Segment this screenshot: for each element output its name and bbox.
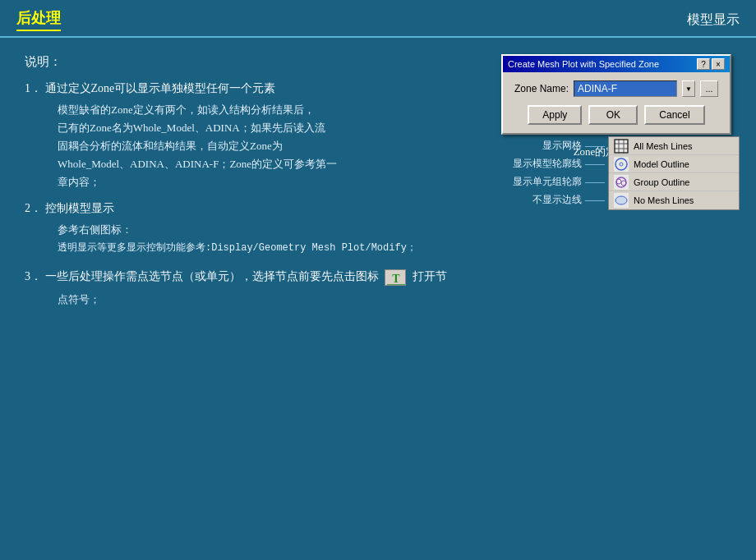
- mesh-arrow-1: ——: [585, 140, 605, 152]
- svg-rect-3: [614, 139, 629, 154]
- item-1-body-text: 模型缺省的Zone定义有两个，如读入结构分析结果后，已有的Zone名为Whole…: [58, 103, 337, 188]
- item-1-title: 通过定义Zone可以显示单独模型任何一个元素: [45, 82, 276, 94]
- mesh-arrow-4: ——: [585, 194, 605, 206]
- dialog-title: Create Mesh Plot with Specified Zone: [508, 59, 659, 69]
- mesh-item-none-label: No Mesh Lines: [634, 195, 694, 205]
- dialog-help-button[interactable]: ?: [697, 58, 710, 70]
- item-3-title-suffix: 打开节: [413, 270, 447, 282]
- mesh-label-1: 显示网格 ——: [513, 136, 605, 154]
- dialog-ok-button[interactable]: OK: [588, 105, 638, 125]
- item-1-number: 1．: [25, 82, 42, 94]
- mesh-item-all[interactable]: All Mesh Lines: [609, 137, 739, 155]
- dialog-titlebar: Create Mesh Plot with Specified Zone ? ×: [503, 56, 730, 72]
- mesh-item-none[interactable]: No Mesh Lines: [609, 191, 739, 209]
- item-3-header: 3． 一些后处理操作需点选节点（或单元），选择节点前要先点击图标 T 打开节: [25, 269, 731, 286]
- dialog-box: Create Mesh Plot with Specified Zone ? ×…: [501, 54, 731, 135]
- mesh-label-4: 不显示边线 ——: [513, 190, 605, 209]
- dialog-close-button[interactable]: ×: [712, 58, 725, 70]
- mesh-item-group[interactable]: Group Outline: [609, 173, 739, 191]
- dialog-action-buttons: Apply OK Cancel: [514, 105, 718, 125]
- dialog-zone-label: Zone Name:: [514, 83, 569, 94]
- item-3: 3． 一些后处理操作需点选节点（或单元），选择节点前要先点击图标 T 打开节 点…: [25, 269, 731, 309]
- header-right-title: 模型显示: [687, 11, 740, 29]
- header: 后处理 模型显示: [0, 0, 756, 38]
- mesh-panel-container: 显示网格 —— 显示模型轮廓线 —— 显示单元组轮廓 —— 不显示边线 ——: [513, 136, 740, 210]
- item-2-line2: 透明显示等更多显示控制功能参考:Display/Geometry Mesh Pl…: [58, 240, 731, 256]
- dialog-cancel-button[interactable]: Cancel: [644, 105, 704, 125]
- mesh-label-3-text: 显示单元组轮廓: [513, 175, 582, 189]
- item-3-title: 一些后处理操作需点选节点（或单元），选择节点前要先点击图标: [45, 270, 379, 282]
- item-2-line1: 参考右侧图标：: [58, 221, 731, 239]
- item-3-body: 点符号；: [58, 291, 731, 309]
- dialog-zone-input[interactable]: ADINA-F: [574, 80, 677, 97]
- mesh-item-all-label: All Mesh Lines: [634, 141, 693, 151]
- dialog-browse-button[interactable]: ...: [700, 80, 718, 97]
- item-2-number: 2．: [25, 202, 42, 214]
- mesh-arrow-3: ——: [585, 176, 605, 188]
- item-3-body-text: 点符号；: [58, 293, 100, 305]
- mesh-item-group-label: Group Outline: [634, 177, 689, 187]
- item-3-number: 3．: [25, 270, 42, 282]
- mesh-icon-model: [614, 157, 629, 172]
- mesh-item-model[interactable]: Model Outline: [609, 155, 739, 173]
- mesh-icon-group: [614, 175, 629, 190]
- dialog-body: Zone Name: ADINA-F ▼ ... Apply OK Cancel: [503, 72, 730, 133]
- main-content: 说明： 1． 通过定义Zone可以显示单独模型任何一个元素 模型缺省的Zone定…: [0, 38, 756, 335]
- node-selector-icon: T: [385, 270, 406, 286]
- svg-text:T: T: [392, 273, 400, 285]
- svg-point-17: [615, 196, 627, 204]
- mesh-arrow-2: ——: [585, 158, 605, 170]
- header-left-title: 后处理: [16, 8, 61, 31]
- dialog-dropdown-button[interactable]: ▼: [682, 80, 695, 97]
- mesh-label-4-text: 不显示边线: [532, 193, 582, 207]
- mesh-icon-none: [614, 193, 629, 208]
- dialog-apply-button[interactable]: Apply: [528, 105, 582, 125]
- mesh-label-1-text: 显示网格: [542, 139, 582, 153]
- item-2-title: 控制模型显示: [45, 202, 114, 214]
- mesh-icon-all: [614, 139, 629, 154]
- item-2-body: 参考右侧图标： 透明显示等更多显示控制功能参考:Display/Geometry…: [58, 221, 731, 255]
- dialog-titlebar-buttons: ? ×: [697, 58, 725, 70]
- mesh-labels: 显示网格 —— 显示模型轮廓线 —— 显示单元组轮廓 —— 不显示边线 ——: [513, 136, 608, 209]
- mesh-label-2-text: 显示模型轮廓线: [513, 157, 582, 171]
- mesh-label-3: 显示单元组轮廓 ——: [513, 172, 605, 190]
- dialog-zone-row: Zone Name: ADINA-F ▼ ...: [514, 80, 718, 97]
- mesh-item-model-label: Model Outline: [634, 159, 689, 169]
- mesh-label-2: 显示模型轮廓线 ——: [513, 154, 605, 172]
- node-icon-placeholder: T: [385, 269, 406, 286]
- mesh-panel: All Mesh Lines Model Outline: [608, 136, 740, 210]
